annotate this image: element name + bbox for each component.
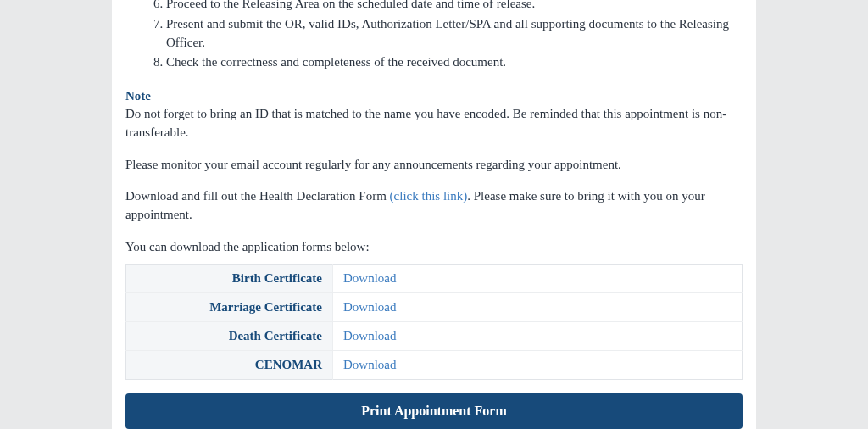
monitor-email-text: Please monitor your email account regula… [125, 156, 743, 175]
steps-list: Proceed to the Releasing Area on the sch… [125, 0, 743, 72]
form-label: Marriage Certificate [126, 292, 333, 321]
note-text: Do not forget to bring an ID that is mat… [125, 105, 743, 142]
form-label: CENOMAR [126, 350, 333, 379]
download-link-marriage[interactable]: Download [343, 300, 397, 314]
table-row: Birth Certificate Download [126, 264, 743, 292]
table-row: Marriage Certificate Download [126, 292, 743, 321]
download-link-cenomar[interactable]: Download [343, 358, 397, 371]
table-row: CENOMAR Download [126, 350, 743, 379]
table-row: Death Certificate Download [126, 321, 743, 350]
form-label: Birth Certificate [126, 264, 333, 292]
health-form-prefix: Download and fill out the Health Declara… [125, 189, 390, 203]
step-item: Check the correctness and completeness o… [166, 53, 743, 72]
step-item: Proceed to the Releasing Area on the sch… [166, 0, 743, 14]
print-appointment-button[interactable]: Print Appointment Form [125, 393, 743, 429]
download-link-death[interactable]: Download [343, 329, 397, 343]
forms-intro: You can download the application forms b… [125, 238, 743, 257]
form-label: Death Certificate [126, 321, 333, 350]
health-form-link[interactable]: (click this link) [390, 189, 468, 203]
step-item: Present and submit the OR, valid IDs, Au… [166, 15, 743, 53]
page-container: Proceed to the Releasing Area on the sch… [112, 0, 756, 429]
forms-table: Birth Certificate Download Marriage Cert… [125, 264, 743, 380]
note-heading: Note [125, 89, 743, 103]
download-link-birth[interactable]: Download [343, 271, 397, 285]
health-form-text: Download and fill out the Health Declara… [125, 187, 743, 225]
